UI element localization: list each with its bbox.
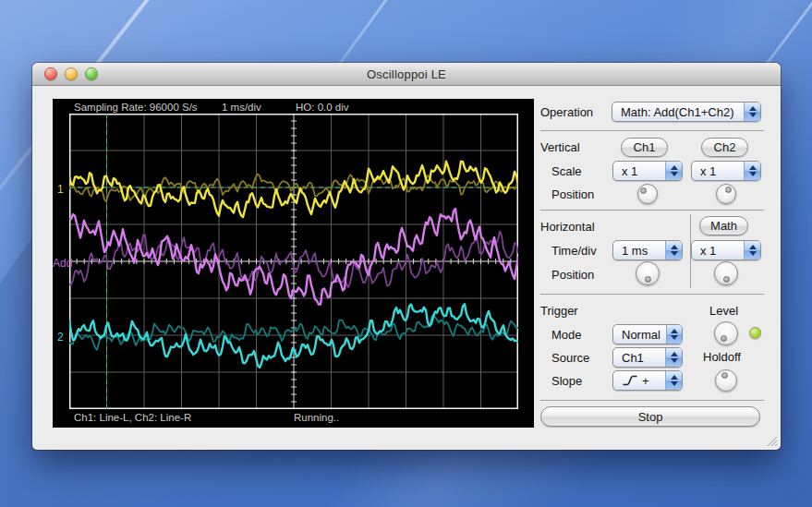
title-bar[interactable]: Oscilloppoi LE [32, 63, 781, 86]
vertical-position-label: Position [551, 187, 594, 201]
add-zero-label: Add [53, 257, 72, 270]
section-divider [540, 400, 764, 401]
ch1-button[interactable]: Ch1 [621, 138, 668, 157]
ch2-position-knob[interactable] [716, 184, 736, 204]
knob-indicator-dot [721, 372, 728, 379]
ch2-scale-popup[interactable]: x 1 [691, 161, 761, 181]
stepper-arrows-icon [665, 371, 682, 390]
math-position-knob[interactable] [714, 261, 738, 285]
stepper-arrows-icon [665, 348, 682, 367]
horizontal-position-knob[interactable] [636, 261, 660, 285]
vertical-section-label: Vertical [540, 140, 580, 154]
app-window: Oscilloppoi LE Sampling Rate: 96000 S/s … [32, 63, 781, 450]
trigger-holdoff-knob[interactable] [715, 369, 737, 392]
ch1-zero-label: 1 [57, 183, 64, 196]
time-div-label: Time/div [551, 244, 597, 258]
knob-indicator-dot [725, 187, 732, 193]
trigger-level-label: Level [709, 304, 738, 318]
stop-button[interactable]: Stop [540, 406, 760, 427]
trigger-mode-label: Mode [551, 328, 582, 342]
trigger-slope-popup[interactable]: + [612, 370, 683, 391]
trigger-led [749, 327, 761, 339]
scope-graticule [69, 114, 518, 409]
knob-indicator-dot [640, 187, 647, 194]
stepper-arrows-icon [744, 103, 760, 121]
operation-label: Operation [540, 105, 593, 119]
stepper-arrows-icon [744, 241, 760, 260]
section-divider [540, 294, 764, 295]
stepper-arrows-icon [665, 241, 682, 260]
trigger-source-popup[interactable]: Ch1 [612, 347, 683, 368]
section-divider [540, 130, 764, 131]
scale-label: Scale [551, 164, 582, 178]
ch1-scale-popup[interactable]: x 1 [612, 161, 683, 181]
trigger-holdoff-label: Holdoff [703, 350, 741, 364]
run-status: Running.. [294, 412, 339, 423]
knob-indicator-dot [723, 276, 730, 283]
stepper-arrows-icon [665, 162, 682, 180]
ch2-zero-label: 2 [57, 331, 64, 344]
time-div-popup[interactable]: 1 ms [612, 240, 683, 260]
trigger-section-label: Trigger [540, 304, 578, 318]
section-divider [540, 210, 764, 211]
scope-display: Sampling Rate: 96000 S/s 1 ms/div HO: 0.… [53, 99, 534, 428]
trigger-slope-label: Slope [551, 374, 582, 388]
knob-indicator-dot [645, 276, 651, 283]
stepper-arrows-icon [744, 162, 760, 180]
timebase-readout: 1 ms/div [222, 102, 261, 113]
ch1-position-knob[interactable] [637, 184, 658, 204]
channel-source-readout: Ch1: Line-L, Ch2: Line-R [74, 412, 191, 423]
operation-popup[interactable]: Math: Add(Ch1+Ch2) [612, 102, 761, 122]
trigger-level-knob[interactable] [714, 321, 738, 345]
sampling-rate-readout: Sampling Rate: 96000 S/s [74, 102, 198, 113]
rising-edge-icon [622, 374, 638, 387]
resize-grip[interactable] [766, 435, 778, 447]
math-scale-popup[interactable]: x 1 [691, 240, 761, 260]
horizontal-section-label: Horizontal [540, 220, 595, 234]
math-button[interactable]: Math [699, 216, 748, 235]
trigger-source-label: Source [551, 351, 589, 365]
window-title: Oscilloppoi LE [32, 67, 781, 81]
stepper-arrows-icon [666, 325, 682, 344]
trigger-mode-popup[interactable]: Normal [612, 324, 683, 344]
ch2-button[interactable]: Ch2 [701, 138, 748, 157]
knob-indicator-dot [721, 335, 727, 342]
horizontal-position-label: Position [551, 268, 594, 282]
holdoff-readout: HO: 0.0 div [296, 102, 349, 113]
